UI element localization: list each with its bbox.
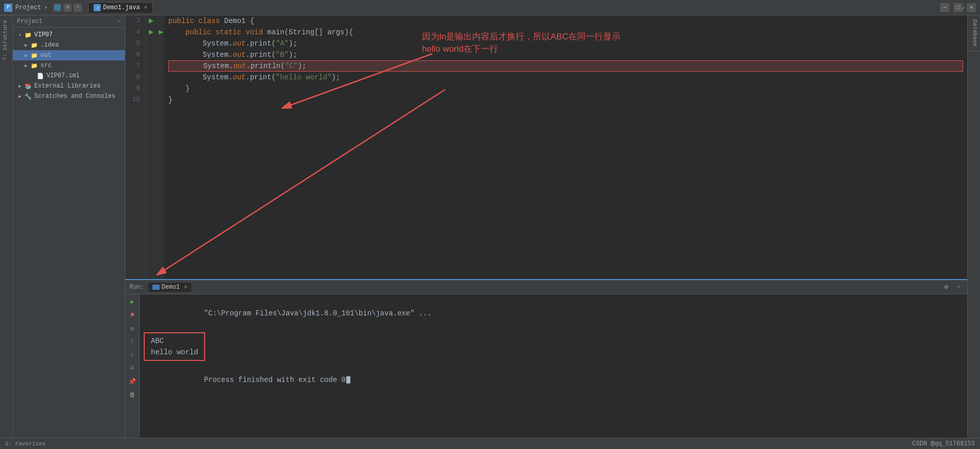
code-line-6: System.out.print("B"); [168, 49, 963, 60]
clear-btn[interactable]: 🗑 [127, 390, 138, 400]
console-tab-close[interactable]: × [184, 284, 188, 290]
tab-filename: Demo1.java [103, 4, 140, 11]
structure-tab[interactable]: 7: Structure [0, 15, 12, 65]
output-hello: hello world [151, 347, 198, 358]
tree-arrow-root: ▾ [17, 32, 23, 38]
rerun-btn[interactable]: ↻ [127, 323, 138, 333]
run-btn-empty-8 [146, 72, 156, 83]
status-bar: 2: Favorites CSDN @qq_51768153 [0, 438, 980, 449]
scroll-end-btn[interactable]: ↓ [127, 350, 138, 360]
run-btn-4[interactable] [146, 27, 156, 38]
database-tab[interactable]: Database [968, 15, 980, 51]
breakpoint-gutter [156, 15, 164, 279]
code-line-8: System.out.print("hello world"); [168, 72, 963, 83]
center-content: 3 4 5 6 7 8 9 10 [125, 15, 967, 438]
scroll-up-btn[interactable]: ↑ [127, 336, 138, 347]
project-label: Project [15, 4, 41, 11]
iml-file-icon: 📄 [36, 72, 44, 80]
pin-btn[interactable]: 📌 [127, 376, 138, 387]
close-btn[interactable]: × [967, 3, 976, 12]
run-btn-empty-9 [146, 83, 156, 94]
tree-item-idea[interactable]: ▶ 📁 .idea [13, 40, 125, 50]
settings-icon[interactable]: ≡ [63, 4, 72, 12]
editor-tab-demo1[interactable]: J Demo1.java × [88, 2, 153, 13]
tree-idea-label: .idea [40, 41, 59, 49]
code-area[interactable]: 3 4 5 6 7 8 9 10 [125, 15, 967, 279]
main-area: 7: Structure Project − ▾ 📁 VIP07 ▶ 📁 . [0, 15, 980, 438]
bp-5[interactable] [156, 38, 164, 49]
play-btn[interactable]: ▶ [127, 296, 138, 307]
status-left: 2: Favorites [5, 441, 46, 447]
code-line-7: System.out.println("C"); [168, 60, 963, 72]
tree-out-label: out [40, 52, 52, 59]
tree-iml-label: VIP07.iml [47, 72, 80, 79]
tree-item-iml[interactable]: 📄 VIP07.iml [13, 71, 125, 81]
tree-item-src[interactable]: ▶ 📁 src [13, 60, 125, 71]
tree-arrow-out: ▶ [23, 52, 29, 58]
bp-4[interactable] [156, 27, 164, 38]
tree-scratches-label: Scratches and Consoles [34, 93, 115, 100]
code-lines[interactable]: public class Demo1 { public static void … [164, 15, 967, 279]
ln-8: 8 [128, 72, 142, 83]
src-folder-icon: 📁 [30, 61, 38, 70]
console-settings-btn[interactable]: ⚙ [942, 283, 951, 292]
tree-arrow-src: ▶ [23, 62, 29, 69]
project-sidebar: Project − ▾ 📁 VIP07 ▶ 📁 .idea ▶ [13, 15, 125, 438]
run-btn-3[interactable] [146, 15, 156, 27]
tree-spacer-iml [29, 73, 35, 79]
console-controls: ⚙ − [942, 283, 963, 292]
left-sidebar: 7: Structure [0, 15, 13, 438]
minus-icon[interactable]: − [74, 4, 82, 12]
tree-item-out[interactable]: ▶ 📁 out [13, 50, 125, 60]
run-btn-empty-5 [146, 38, 156, 49]
bp-8[interactable] [156, 72, 164, 83]
project-root-icon: 📁 [24, 31, 32, 39]
console-area: Run: Demo1 × ⚙ − ▶ ■ [125, 279, 967, 438]
scratches-icon: 🔧 [24, 92, 32, 100]
console-output[interactable]: "C:\Program Files\Java\jdk1.8.0_101\bin\… [140, 294, 967, 438]
tree-root-label: VIP07 [34, 31, 53, 38]
minimize-btn[interactable]: − [940, 3, 949, 12]
tab-close-btn[interactable]: × [144, 5, 147, 11]
sidebar-header: Project − [13, 15, 125, 28]
tab-bar: J Demo1.java × [88, 2, 153, 13]
breakpoint-marker-4 [157, 29, 163, 35]
console-tab-demo1[interactable]: Demo1 × [148, 283, 192, 292]
tree-extlibs-label: External Libraries [34, 82, 101, 90]
code-editor: 3 4 5 6 7 8 9 10 [125, 15, 967, 279]
run-btn-empty-7 [146, 60, 156, 72]
ln-9: 9 [128, 83, 142, 94]
stop-btn[interactable]: ■ [127, 310, 138, 320]
tree-item-root[interactable]: ▾ 📁 VIP07 [13, 30, 125, 40]
title-bar: P Project ▾ 🌐 ≡ − J Demo1.java × − □ × [0, 0, 980, 15]
right-sidebar: Database [967, 15, 980, 438]
ln-10: 10 [128, 94, 142, 105]
tree-item-scratches[interactable]: ▶ 🔧 Scratches and Consoles [13, 91, 125, 101]
output-exit: Process finished with exit code 0 [144, 363, 963, 397]
java-file-icon: J [94, 4, 101, 11]
bp-6[interactable] [156, 49, 164, 60]
checkmark-icon: ✓ [961, 3, 966, 13]
soft-wrap-btn[interactable]: ≡ [127, 363, 138, 373]
tree-item-extlibs[interactable]: ▶ 📚 External Libraries [13, 81, 125, 91]
run-label: Run: [129, 284, 144, 291]
svg-marker-0 [159, 30, 163, 34]
code-line-10: } [168, 94, 963, 105]
ln-5: 5 [128, 38, 142, 49]
tree-arrow-idea: ▶ [23, 42, 29, 48]
status-right: CSDN @qq_51768153 [912, 440, 975, 447]
console-side-toolbar: ▶ ■ ↻ ↑ ↓ ≡ 📌 🗑 [125, 294, 140, 438]
title-bar-icons: 🌐 ≡ − [53, 4, 82, 12]
bp-9[interactable] [156, 83, 164, 94]
sidebar-collapse-icon[interactable]: − [117, 18, 121, 25]
console-minimize-btn[interactable]: − [954, 283, 963, 292]
bp-3[interactable] [156, 15, 164, 27]
run-btn-empty-6 [146, 49, 156, 60]
bp-10[interactable] [156, 94, 164, 105]
globe-icon[interactable]: 🌐 [53, 4, 61, 12]
tree-src-label: src [40, 62, 52, 69]
extlibs-icon: 📚 [24, 82, 32, 90]
bp-7[interactable] [156, 60, 164, 72]
title-bar-left: P Project ▾ 🌐 ≡ − [4, 4, 82, 12]
ln-7: 7 [128, 60, 142, 72]
